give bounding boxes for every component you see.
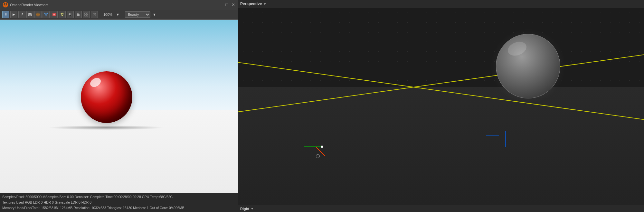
svg-line-19 <box>63 13 64 13</box>
octane-window-controls: — □ ✕ <box>218 3 235 7</box>
light-icon <box>60 13 64 16</box>
viewport-bottom-name-label: Right <box>240 207 249 211</box>
nodes-icon <box>44 13 48 16</box>
svg-point-5 <box>37 14 39 15</box>
3d-viewport-panel: Perspective ▼ Right ▼ <box>238 0 644 212</box>
viewport-blue-marker-horizontal <box>486 136 499 136</box>
camera-button[interactable] <box>26 11 33 18</box>
svg-rect-23 <box>85 13 86 14</box>
octane-viewport-panel: OctaneRender Viewport — □ ✕ ⏸ ▶ ↺ <box>0 0 238 212</box>
status-line-3: Memory Used/Free/Total: 1582/6815/11264M… <box>2 206 236 210</box>
lock-button[interactable] <box>75 11 82 18</box>
svg-point-16 <box>61 13 63 15</box>
viewport-name-label: Perspective <box>240 2 262 6</box>
octane-title-left: OctaneRender Viewport <box>3 2 48 7</box>
play-button[interactable]: ▶ <box>10 11 17 18</box>
svg-rect-27 <box>93 13 96 16</box>
gizmo-y-axis <box>322 132 322 147</box>
svg-point-6 <box>36 13 40 16</box>
settings-icon <box>36 13 40 16</box>
status-line-2: Textures Used RGB LDR 0 HDR 0 Grayscale … <box>2 200 236 205</box>
minimize-button[interactable]: — <box>218 3 223 7</box>
svg-marker-1 <box>4 3 7 7</box>
zoom-arrow: ▼ <box>115 13 121 16</box>
crop-icon <box>92 13 96 16</box>
camera-icon <box>28 13 32 16</box>
grid-icon <box>84 13 88 16</box>
viewport-bottom-label: Right ▼ <box>238 205 644 212</box>
status-line-1: Samples/Pixel: 5000/5000 MSamples/Sec: 0… <box>2 195 236 199</box>
nodes-button[interactable] <box>43 11 50 18</box>
viewport-origin-circle <box>316 154 320 158</box>
svg-point-28 <box>94 14 95 15</box>
viewport-header: Perspective ▼ <box>238 0 644 8</box>
viewport-ground-plane <box>238 87 644 205</box>
render-red-sphere <box>81 71 132 123</box>
texture-icon <box>52 13 56 16</box>
toolbar-separator-2 <box>123 11 123 18</box>
grid-button[interactable] <box>83 11 90 18</box>
svg-line-12 <box>45 13 46 16</box>
svg-rect-4 <box>29 13 31 14</box>
svg-rect-17 <box>62 15 63 16</box>
3d-viewport-content[interactable] <box>238 8 644 205</box>
svg-line-11 <box>46 13 47 16</box>
viewport-blue-marker-vertical <box>505 131 506 147</box>
render-ground-plane <box>0 110 238 193</box>
svg-point-15 <box>54 14 54 15</box>
octane-logo-icon <box>3 2 8 7</box>
light-button[interactable] <box>59 11 66 18</box>
close-button[interactable]: ✕ <box>231 3 235 7</box>
toolbar-separator-1 <box>100 11 100 18</box>
octane-status-bar: Samples/Pixel: 5000/5000 MSamples/Sec: 0… <box>0 193 238 212</box>
maximize-button[interactable]: □ <box>224 3 229 7</box>
viewport-dropdown-arrow[interactable]: ▼ <box>263 2 266 6</box>
svg-rect-24 <box>87 13 88 14</box>
render-pass-dropdown[interactable]: Beauty Diffuse Specular Reflection <box>125 11 150 18</box>
render-pass-arrow: ▼ <box>151 13 157 16</box>
octane-render-area[interactable] <box>0 20 238 193</box>
gizmo-x-axis <box>304 146 322 147</box>
svg-line-20 <box>61 13 61 13</box>
reset-button[interactable]: ↺ <box>18 11 25 18</box>
svg-point-21 <box>69 13 72 16</box>
viewport-3d-sphere <box>496 34 560 98</box>
render-sphere-shadow <box>48 126 164 130</box>
svg-rect-26 <box>87 15 88 16</box>
material-icon <box>68 13 72 16</box>
svg-rect-25 <box>85 15 86 16</box>
viewport-bottom-dropdown-arrow[interactable]: ▼ <box>251 207 254 210</box>
gizmo-center <box>321 146 323 148</box>
svg-point-3 <box>29 14 31 15</box>
pause-button[interactable]: ⏸ <box>2 11 9 18</box>
zoom-label: 100% <box>102 13 114 16</box>
octane-toolbar: ⏸ ▶ ↺ <box>0 9 238 20</box>
crop-button[interactable] <box>91 11 98 18</box>
octane-title-text: OctaneRender Viewport <box>10 3 48 7</box>
texture-button[interactable] <box>51 11 58 18</box>
svg-rect-22 <box>77 14 80 16</box>
transform-gizmo <box>309 134 335 160</box>
material-button[interactable] <box>67 11 74 18</box>
render-settings-button[interactable] <box>34 11 42 18</box>
lock-icon <box>76 13 80 16</box>
octane-titlebar: OctaneRender Viewport — □ ✕ <box>0 0 238 9</box>
